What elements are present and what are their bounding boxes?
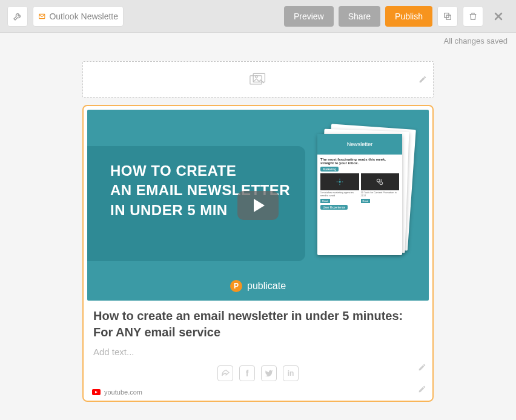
share-generic-button[interactable] (217, 365, 233, 381)
mock-newsletter-stack: Newsletter The most fascinating reads th… (315, 127, 412, 260)
copy-button[interactable] (437, 6, 458, 27)
mock-tag1: Marketing (320, 167, 339, 172)
svg-point-8 (380, 182, 383, 185)
brand-name: publicate (247, 281, 286, 292)
content-card: HOW TO CREATE AN EMAIL NEWSLETTER IN UND… (82, 105, 434, 402)
delete-button[interactable] (463, 6, 483, 27)
preview-button[interactable]: Preview (284, 6, 334, 27)
edit-placeholder-button[interactable] (418, 75, 427, 84)
publish-button[interactable]: Publish (385, 6, 432, 27)
mock-read1: Read (320, 199, 330, 203)
card-title[interactable]: How to create an email newsletter in und… (93, 308, 423, 341)
share-button[interactable]: Share (339, 6, 380, 27)
play-button[interactable] (237, 191, 279, 220)
mock-tag2: User Experience (320, 205, 348, 210)
editor-canvas: HOW TO CREATE AN EMAIL NEWSLETTER IN UND… (82, 61, 434, 402)
share-facebook-button[interactable]: f (239, 365, 255, 381)
copy-icon (443, 12, 452, 21)
youtube-icon (92, 389, 101, 395)
svg-point-5 (256, 76, 258, 78)
close-button[interactable] (488, 6, 509, 27)
svg-point-7 (377, 179, 380, 182)
trash-icon (468, 12, 478, 21)
card-footer: youtube.com (87, 386, 429, 397)
newsletter-title-text: Outlook Newslette (49, 12, 118, 21)
mock-sub: The most fascinating reads this week, st… (320, 158, 399, 165)
share-twitter-button[interactable] (261, 365, 277, 381)
facebook-icon: f (246, 368, 249, 378)
mock-header: Newsletter (347, 141, 373, 147)
top-toolbar: Outlook Newslette Preview Share Publish (0, 0, 516, 33)
twitter-icon (265, 369, 273, 378)
card-text-placeholder[interactable]: Add text... (93, 347, 423, 357)
newsletter-title-input[interactable]: Outlook Newslette (33, 6, 124, 27)
edit-source-button[interactable] (418, 385, 426, 393)
pencil-icon (418, 363, 426, 372)
video-thumbnail[interactable]: HOW TO CREATE AN EMAIL NEWSLETTER IN UND… (87, 110, 429, 301)
brand-logo-icon: P (230, 280, 242, 292)
share-row: f in (93, 365, 423, 384)
share-arrow-icon (220, 368, 230, 378)
linkedin-icon: in (288, 369, 294, 378)
brand-badge: P publicate (230, 280, 286, 292)
pencil-icon (418, 385, 426, 393)
mock-card1: 5 mistakes marketing agencies need to av… (320, 192, 359, 198)
wrench-icon (13, 12, 22, 21)
mock-card2: 10 Tools for Content Promotion in 2017 (361, 192, 400, 198)
headline-line-1: HOW TO CREATE (110, 161, 290, 181)
close-icon (492, 10, 504, 22)
pencil-icon (418, 75, 427, 84)
edit-share-button[interactable] (418, 363, 426, 372)
image-placeholder-block[interactable] (82, 61, 434, 98)
svg-point-6 (339, 181, 341, 183)
settings-button[interactable] (7, 6, 28, 27)
images-icon (250, 72, 266, 87)
source-label: youtube.com (104, 388, 142, 396)
card-body: How to create an email newsletter in und… (87, 301, 429, 386)
mock-read2: Read (361, 199, 371, 203)
share-linkedin-button[interactable]: in (283, 365, 299, 381)
envelope-icon (38, 11, 45, 22)
save-status: All changes saved (0, 33, 516, 45)
